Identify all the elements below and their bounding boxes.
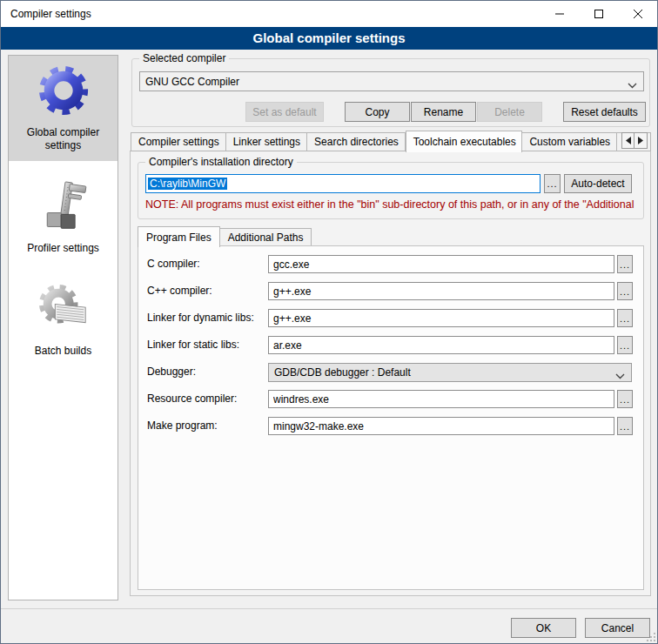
minimize-icon bbox=[555, 10, 564, 18]
tab-scroll-arrows bbox=[621, 132, 648, 149]
maximize-icon bbox=[594, 10, 603, 18]
dialog-footer: OK Cancel bbox=[1, 608, 657, 643]
compiler-select-value: GNU GCC Compiler bbox=[145, 76, 239, 88]
caliper-icon bbox=[36, 178, 91, 234]
close-icon bbox=[634, 10, 642, 18]
make-program-browse-button[interactable]: ... bbox=[617, 417, 633, 435]
static-linker-input[interactable] bbox=[268, 336, 614, 354]
field-label: Linker for dynamic libs: bbox=[147, 312, 254, 324]
window-title: Compiler settings bbox=[10, 8, 91, 20]
titlebar: Compiler settings bbox=[1, 1, 657, 27]
c-compiler-input[interactable] bbox=[268, 255, 614, 273]
tab-toolchain-executables[interactable]: Toolchain executables bbox=[406, 131, 523, 152]
set-as-default-button[interactable]: Set as default bbox=[245, 102, 324, 122]
main-tabstrip: Compiler settings Linker settings Search… bbox=[131, 131, 651, 151]
rename-button[interactable]: Rename bbox=[411, 102, 476, 122]
selected-compiler-group: Selected compiler GNU GCC Compiler Set a… bbox=[131, 58, 650, 127]
ok-button[interactable]: OK bbox=[511, 618, 576, 638]
field-label: Debugger: bbox=[147, 366, 196, 378]
batch-builds-icon bbox=[36, 281, 91, 337]
install-dir-selected-text: C:\raylib\MinGW bbox=[148, 178, 227, 190]
tab-scroll-right-button[interactable] bbox=[634, 132, 648, 149]
close-button[interactable] bbox=[618, 1, 657, 26]
field-row-c-compiler: C compiler: ... bbox=[138, 255, 645, 273]
auto-detect-button[interactable]: Auto-detect bbox=[564, 174, 632, 193]
sidebar-item-label: Global compiler settings bbox=[10, 126, 116, 152]
cancel-button[interactable]: Cancel bbox=[585, 618, 650, 638]
field-label: Make program: bbox=[147, 419, 218, 432]
install-dir-input[interactable]: C:\raylib\MinGW bbox=[145, 174, 540, 193]
triangle-right-icon bbox=[638, 137, 643, 144]
program-files-tabstrip: Program Files Additional Paths bbox=[138, 226, 312, 247]
install-dir-browse-button[interactable]: ... bbox=[544, 174, 561, 193]
field-row-dynamic-linker: Linker for dynamic libs: ... bbox=[138, 309, 645, 327]
minimize-button[interactable] bbox=[540, 1, 579, 26]
dynamic-linker-input[interactable] bbox=[268, 309, 614, 327]
field-label: C compiler: bbox=[147, 258, 200, 270]
page-title: Global compiler settings bbox=[1, 27, 657, 50]
sidebar-item-batch-builds[interactable]: Batch builds bbox=[9, 274, 118, 366]
tab-scroll-left-button[interactable] bbox=[621, 132, 634, 149]
program-files-page: C compiler: ... C++ compiler: ... Linker… bbox=[138, 245, 644, 590]
field-row-resource-compiler: Resource compiler: ... bbox=[138, 390, 645, 408]
compiler-settings-dialog: Compiler settings Global compiler settin… bbox=[0, 0, 658, 644]
debugger-select[interactable]: GDB/CDB debugger : Default bbox=[268, 363, 632, 382]
chevron-down-icon bbox=[615, 370, 625, 382]
installation-directory-group: Compiler's installation directory C:\ray… bbox=[138, 162, 644, 219]
tab-custom-variables[interactable]: Custom variables bbox=[522, 132, 617, 151]
field-label: Linker for static libs: bbox=[147, 339, 239, 351]
c-compiler-browse-button[interactable]: ... bbox=[617, 255, 633, 273]
resource-compiler-input[interactable] bbox=[268, 390, 614, 408]
tab-search-directories[interactable]: Search directories bbox=[307, 132, 406, 151]
resource-compiler-browse-button[interactable]: ... bbox=[617, 390, 633, 408]
maximize-button[interactable] bbox=[579, 1, 618, 26]
chevron-down-icon bbox=[628, 79, 637, 91]
subtab-program-files[interactable]: Program Files bbox=[138, 226, 220, 247]
sidebar-item-label: Batch builds bbox=[35, 345, 91, 358]
group-label: Selected compiler bbox=[139, 52, 229, 64]
make-program-input[interactable] bbox=[268, 417, 614, 435]
group-label: Compiler's installation directory bbox=[145, 156, 297, 168]
sidebar-item-label: Profiler settings bbox=[27, 242, 99, 255]
cpp-compiler-input[interactable] bbox=[268, 282, 614, 300]
cpp-compiler-browse-button[interactable]: ... bbox=[617, 282, 633, 300]
compiler-select[interactable]: GNU GCC Compiler bbox=[139, 71, 644, 91]
subtab-additional-paths[interactable]: Additional Paths bbox=[220, 228, 312, 246]
copy-button[interactable]: Copy bbox=[345, 102, 410, 122]
field-label: C++ compiler: bbox=[147, 285, 212, 297]
gear-icon bbox=[36, 63, 91, 118]
reset-defaults-button[interactable]: Reset defaults bbox=[563, 102, 646, 122]
sidebar-item-profiler-settings[interactable]: Profiler settings bbox=[9, 171, 118, 264]
resize-grip[interactable] bbox=[647, 633, 655, 641]
sidebar-item-global-compiler-settings[interactable]: Global compiler settings bbox=[9, 56, 118, 161]
toolchain-executables-page: Compiler's installation directory C:\ray… bbox=[130, 151, 651, 596]
field-label: Resource compiler: bbox=[147, 392, 237, 405]
static-linker-browse-button[interactable]: ... bbox=[617, 336, 633, 354]
field-row-cpp-compiler: C++ compiler: ... bbox=[138, 282, 645, 300]
debugger-select-value: GDB/CDB debugger : Default bbox=[274, 366, 411, 379]
tab-linker-settings[interactable]: Linker settings bbox=[226, 132, 307, 151]
delete-button[interactable]: Delete bbox=[477, 102, 542, 122]
field-row-make-program: Make program: ... bbox=[138, 417, 645, 435]
sidebar: Global compiler settings bbox=[8, 55, 118, 600]
field-row-static-linker: Linker for static libs: ... bbox=[138, 336, 645, 354]
install-dir-note: NOTE: All programs must exist either in … bbox=[145, 198, 638, 211]
triangle-left-icon bbox=[626, 137, 631, 144]
tab-compiler-settings[interactable]: Compiler settings bbox=[131, 132, 226, 151]
dynamic-linker-browse-button[interactable]: ... bbox=[617, 309, 633, 327]
field-row-debugger: Debugger: GDB/CDB debugger : Default bbox=[138, 363, 645, 381]
